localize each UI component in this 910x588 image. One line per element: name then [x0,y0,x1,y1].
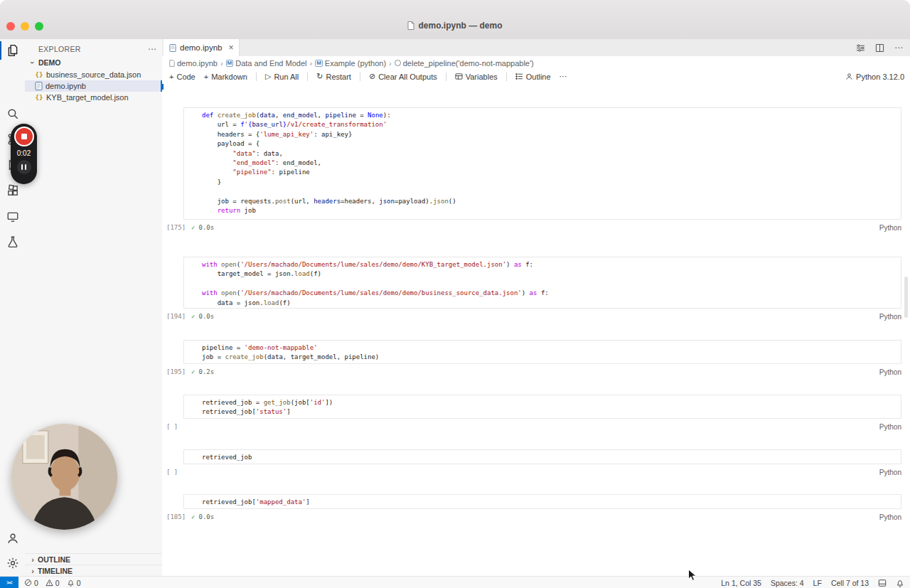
more-actions-icon[interactable]: ⋯ [894,43,903,53]
outline-panel-label: OUTLINE [38,555,70,564]
remote-indicator[interactable]: >< [0,577,18,588]
notebook-cell[interactable]: pipeline = 'demo-not-mappable'job = crea… [183,340,901,364]
layout-panel-icon[interactable] [878,579,887,587]
code-line: retrieved_job [202,453,901,462]
code-token: : api_key} [314,131,352,138]
add-markdown-cell-button[interactable]: + Markdown [204,73,247,81]
add-code-cell-button[interactable]: + Code [169,73,196,81]
code-token: ]) [325,399,333,406]
eol-setting[interactable]: LF [813,579,822,587]
activity-bar-search[interactable] [0,103,25,124]
code-line: "pipeline": pipeline [202,168,901,177]
notifications-bell-icon[interactable] [896,579,904,587]
toolbar-separator [446,73,446,81]
json-file-icon: {} [35,71,43,78]
notebook-cell[interactable]: retrieved_job [183,449,901,464]
toolbar-more-actions[interactable]: ⋯ [560,72,567,81]
pause-recording-button[interactable] [17,160,31,174]
activity-bar-explorer[interactable] [0,40,25,61]
code-token [202,169,232,176]
stop-recording-button[interactable] [14,127,34,146]
cell-language-picker[interactable]: Python [879,224,901,232]
kernel-picker[interactable]: Python 3.12.0 [845,70,904,83]
cell-language-picker[interactable]: Python [879,368,901,376]
code-token: payload = { [202,140,259,147]
button-label: Code [176,73,195,81]
code-token: () [449,198,456,205]
notebook-cell[interactable]: with open('/Users/machado/Documents/lume… [183,257,901,309]
explorer-more-actions-icon[interactable]: ⋯ [148,44,156,54]
document-icon [407,21,414,30]
notebook-settings-icon[interactable] [856,43,865,53]
activity-bar-remote-explorer[interactable] [0,206,25,228]
code-token: '/Users/machado/Documents/lume/sales/dem… [240,261,506,268]
chevron-right-icon: › [29,567,36,575]
status-bar-left: 0 0 0 [24,577,81,588]
bell-icon [67,579,75,587]
code-token: (f) [310,270,321,277]
breadcrumb-symbol[interactable]: delete_pipeline('demo-not-mappable') [395,59,534,68]
indentation-setting[interactable]: Spaces: 4 [771,579,804,587]
cell-language-picker[interactable]: Python [879,513,901,521]
timeline-panel-header[interactable]: › TIMELINE [25,565,162,577]
cell-language-picker[interactable]: Python [879,469,901,476]
explorer-section-demo[interactable]: › DEMO [25,56,162,69]
code-line: def create_job(data, end_model, pipeline… [202,111,901,120]
code-token: (job[ [291,399,310,406]
problems-warnings[interactable]: 0 [46,579,60,587]
cell-language-picker[interactable]: Python [879,313,901,321]
cell-duration: 0.0s [199,224,215,231]
cursor-position[interactable]: Ln 1, Col 35 [721,579,761,587]
code-token: def [202,112,218,119]
restart-kernel-button[interactable]: ↻ Restart [316,72,351,81]
code-token: end_model [283,112,318,119]
remote-explorer-icon [6,210,19,223]
activity-bar-testing[interactable] [0,231,25,252]
tab-demo-ipynb[interactable]: demo.ipynb × [164,39,240,56]
breadcrumb-section-2[interactable]: M Example (python) [315,59,386,68]
breadcrumb-section-1[interactable]: M Data and End Model [226,59,307,68]
kernel-label: Python 3.12.0 [856,73,904,81]
problems-errors[interactable]: 0 [24,579,38,587]
outline-button[interactable]: Outline [515,73,551,81]
close-tab-icon[interactable]: × [228,43,233,53]
code-token: create_job [225,353,264,360]
plus-icon: + [204,73,208,81]
cell-position[interactable]: Cell 7 of 13 [831,579,869,587]
breadcrumb-file[interactable]: demo.ipynb [169,59,218,68]
activity-bar-settings[interactable] [0,552,25,574]
sidebar-item-kyb-target-model[interactable]: {} KYB_target_model.json [25,92,162,103]
cell-language-picker[interactable]: Python [879,423,901,431]
scrollbar-thumb[interactable] [904,277,908,318]
code-token: retrieved_job = [202,399,264,406]
webcam-preview[interactable] [11,424,117,530]
code-line: url = f'{base_url}/v1/create_transformat… [202,120,901,129]
split-editor-icon[interactable] [875,43,884,53]
outline-panel-header[interactable]: › OUTLINE [25,553,162,565]
code-token [202,159,232,166]
code-token: =payload). [395,198,433,205]
execution-count: [ ] [166,423,185,430]
notebook-cell[interactable]: retrieved_job = get_job(job['id'])retrie… [183,395,901,419]
cell-duration: 0.0s [199,313,215,320]
notebook-cell[interactable]: def create_job(data, end_model, pipeline… [183,107,901,220]
code-token: ] [306,498,309,506]
notifications-count[interactable]: 0 [67,579,81,587]
code-token [202,150,232,157]
code-token: "data" [232,150,256,157]
activity-bar-accounts[interactable] [0,528,25,549]
notebook-cell[interactable]: retrieved_job['mapped_data'] [183,494,901,509]
run-all-button[interactable]: ▷ Run All [265,72,299,81]
notebook-editor[interactable]: def create_job(data, end_model, pipeline… [162,83,910,576]
sidebar-item-business-source-data[interactable]: {} business_source_data.json [25,69,162,80]
breadcrumb-label: Data and End Model [235,59,306,68]
code-line: payload = { [202,139,901,149]
clear-all-outputs-button[interactable]: ⊘ Clear All Outputs [369,72,437,81]
execution-count: [ ] [166,469,185,476]
sidebar-item-demo-ipynb[interactable]: demo.ipynb [25,80,162,92]
code-line: retrieved_job['status'] [202,407,901,417]
code-line [202,187,901,196]
variables-button[interactable]: Variables [455,73,498,81]
screen-recorder-widget: 0:02 [11,124,37,184]
code-line [202,279,901,289]
